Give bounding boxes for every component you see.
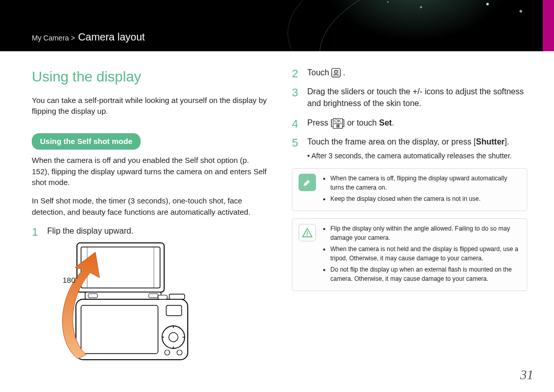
warning-box: Flip the display only within the angle a… (292, 218, 527, 291)
tip-item: Keep the display closed when the camera … (330, 194, 520, 203)
camera-flip-diagram (47, 241, 201, 374)
step-1: Flip the display upward. 180˚ (32, 225, 267, 374)
pen-tip-icon (299, 174, 316, 191)
step-2: Touch . (292, 67, 527, 78)
step-4: Press [OK▦] or touch Set. (292, 117, 527, 129)
warning-item: When the camera is not held and the disp… (330, 244, 520, 263)
face-beauty-icon (331, 68, 341, 77)
svg-point-20 (334, 70, 338, 73)
warning-icon (299, 224, 316, 241)
step-5-shutter: Shutter (476, 137, 505, 146)
svg-point-10 (169, 333, 178, 342)
breadcrumb-title: Camera layout (78, 31, 145, 43)
tip-item: When the camera is off, flipping the dis… (330, 174, 520, 192)
warning-item: Flip the display only within the angle a… (330, 224, 520, 242)
step-5-sub: After 3 seconds, the camera automaticall… (307, 151, 527, 161)
svg-rect-8 (81, 305, 158, 354)
left-column: Using the display You can take a self-po… (32, 67, 267, 381)
steps-left: Flip the display upward. 180˚ (32, 225, 267, 374)
flip-illustration: 180˚ (47, 241, 267, 374)
step-2-pre: Touch (307, 68, 331, 77)
step-5-post: ]. (505, 137, 509, 146)
breadcrumb-sep: > (71, 34, 77, 42)
step-4-mid: ] or touch (343, 118, 379, 127)
svg-point-16 (165, 350, 170, 355)
tip-box: When the camera is off, flipping the dis… (292, 168, 527, 211)
angle-label: 180˚ (63, 275, 78, 286)
svg-point-22 (307, 235, 308, 236)
step-4-post: . (392, 118, 394, 127)
header-accent-bar (543, 0, 554, 51)
header-swoosh-2 (283, 0, 554, 51)
step-5: Touch the frame area on the display, or … (292, 136, 527, 161)
step-3-text: Drag the sliders or touch the +/- icons … (307, 87, 524, 108)
right-column: Touch . Drag the sliders or touch the +/… (292, 67, 527, 381)
intro-paragraph: You can take a self-portrait while looki… (32, 95, 267, 117)
svg-point-17 (177, 350, 182, 355)
selfshot-paragraph-1: When the camera is off and you enabled t… (32, 155, 267, 188)
svg-rect-18 (169, 294, 185, 299)
step-3: Drag the sliders or touch the +/- icons … (292, 86, 527, 109)
page-number: 31 (520, 367, 533, 383)
breadcrumb: My Camera > Camera layout (32, 31, 145, 43)
breadcrumb-section: My Camera (32, 34, 69, 42)
page-header: My Camera > Camera layout (0, 0, 554, 51)
content: Using the display You can take a self-po… (0, 51, 554, 381)
warning-item: Do not flip the display up when an exter… (330, 265, 520, 283)
svg-rect-5 (88, 294, 97, 298)
ok-button-icon: OK▦ (333, 118, 343, 129)
steps-right: Touch . Drag the sliders or touch the +/… (292, 67, 527, 161)
step-4-set: Set (379, 118, 392, 127)
svg-rect-6 (149, 294, 158, 298)
selfshot-paragraph-2: In Self shot mode, the timer (3 seconds)… (32, 195, 267, 218)
step-1-text: Flip the display upward. (47, 226, 133, 235)
step-2-post: . (343, 68, 345, 77)
warning-list: Flip the display only within the angle a… (323, 224, 520, 285)
svg-rect-19 (158, 295, 167, 299)
step-4-pre: Press [ (307, 118, 333, 127)
step-5-pre: Touch the frame area on the display, or … (307, 137, 476, 146)
svg-rect-15 (166, 305, 182, 316)
subsection-pill: Using the Self shot mode (32, 133, 141, 150)
tip-list: When the camera is off, flipping the dis… (323, 174, 520, 205)
section-title: Using the display (32, 67, 267, 88)
